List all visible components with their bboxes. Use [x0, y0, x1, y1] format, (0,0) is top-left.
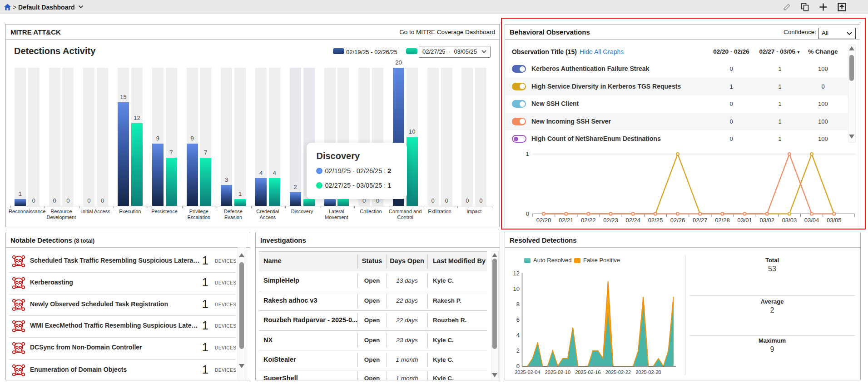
svg-text:8: 8	[516, 301, 520, 308]
svg-text:2025-02-10: 2025-02-10	[545, 369, 570, 375]
svg-text:6: 6	[516, 316, 520, 323]
svg-text:12: 12	[513, 270, 520, 277]
svg-text:2025-02-16: 2025-02-16	[575, 369, 600, 375]
svg-text:2: 2	[516, 347, 520, 354]
svg-text:2025-02-04: 2025-02-04	[515, 369, 540, 375]
svg-text:0: 0	[516, 363, 520, 369]
svg-text:2025-02-28: 2025-02-28	[635, 369, 661, 375]
svg-text:2025-02-22: 2025-02-22	[605, 369, 631, 375]
svg-text:10: 10	[513, 285, 520, 292]
svg-text:4: 4	[516, 332, 520, 339]
